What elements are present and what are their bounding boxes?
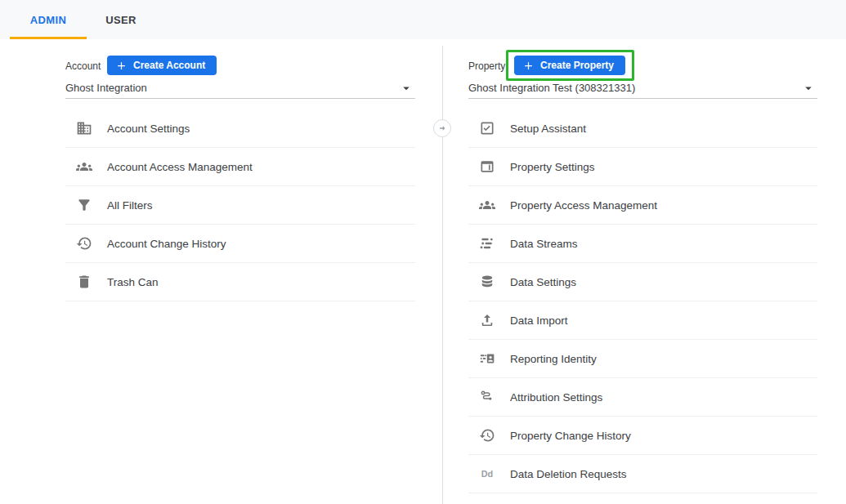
chevron-down-icon xyxy=(399,81,414,96)
database-icon xyxy=(479,274,495,290)
building-icon xyxy=(76,120,92,136)
list-item[interactable]: All Filters xyxy=(65,186,415,225)
tab-admin-label: ADMIN xyxy=(30,14,67,26)
create-property-button[interactable]: Create Property xyxy=(514,56,625,75)
list-item[interactable]: Trash Can xyxy=(65,263,415,301)
tab-user-label: USER xyxy=(105,14,137,26)
trash-icon xyxy=(76,274,92,290)
property-section-label: Property xyxy=(468,60,505,72)
chevron-down-icon xyxy=(801,81,816,96)
list-item[interactable]: Property Change History xyxy=(468,417,817,455)
list-item[interactable]: Data Deletion Requests xyxy=(468,455,817,493)
list-item[interactable]: Property Settings xyxy=(468,148,817,186)
list-item[interactable]: Reporting Identity xyxy=(468,340,817,378)
upload-icon xyxy=(479,312,495,328)
attribution-icon xyxy=(479,389,495,405)
column-divider xyxy=(442,46,443,504)
list-item[interactable]: Data Settings xyxy=(468,263,817,301)
account-menu: Account Settings Account Access Manageme… xyxy=(65,109,415,301)
property-selector-value: Ghost Integration Test (308321331) xyxy=(468,82,635,94)
list-item[interactable]: Property Access Management xyxy=(468,186,817,225)
history-icon xyxy=(479,427,495,444)
account-selector-value: Ghost Integration xyxy=(65,82,147,94)
filter-icon xyxy=(76,197,92,213)
people-icon xyxy=(479,197,495,213)
admin-user-tabbar: ADMIN USER xyxy=(0,0,846,39)
history-icon xyxy=(76,235,92,252)
list-item[interactable]: Account Settings xyxy=(65,109,415,148)
property-column: Property Create Property Ghost Integrati… xyxy=(468,39,817,504)
create-account-button-label: Create Account xyxy=(133,60,205,71)
plus-icon xyxy=(522,60,535,72)
reporting-identity-icon xyxy=(479,350,495,367)
list-item[interactable]: Account Access Management xyxy=(65,148,415,186)
people-icon xyxy=(76,158,92,175)
tab-user[interactable]: USER xyxy=(87,0,155,39)
arrow-right-icon xyxy=(436,123,448,134)
account-selector[interactable]: Ghost Integration xyxy=(65,78,415,99)
ga-admin-page: ADMIN USER Account Create Account Ghost … xyxy=(0,0,846,504)
data-streams-icon xyxy=(479,235,495,252)
account-column: Account Create Account Ghost Integration… xyxy=(65,39,415,504)
expand-column-button[interactable] xyxy=(433,119,451,137)
create-property-button-label: Create Property xyxy=(540,60,614,71)
create-account-button[interactable]: Create Account xyxy=(107,56,217,75)
plus-icon xyxy=(115,60,128,72)
data-deletion-icon xyxy=(479,466,495,482)
setup-assistant-icon xyxy=(479,120,495,136)
account-section-label: Account xyxy=(65,60,101,72)
tab-admin[interactable]: ADMIN xyxy=(10,0,87,39)
list-item[interactable]: Account Change History xyxy=(65,225,415,263)
list-item[interactable]: Data Streams xyxy=(468,225,817,263)
property-menu: Setup Assistant Property Settings Proper… xyxy=(468,109,817,493)
list-item[interactable]: Setup Assistant xyxy=(468,109,817,148)
property-selector[interactable]: Ghost Integration Test (308321331) xyxy=(468,78,817,99)
list-item[interactable]: Attribution Settings xyxy=(468,378,817,417)
list-item[interactable]: Data Import xyxy=(468,301,817,340)
property-settings-icon xyxy=(479,158,495,175)
